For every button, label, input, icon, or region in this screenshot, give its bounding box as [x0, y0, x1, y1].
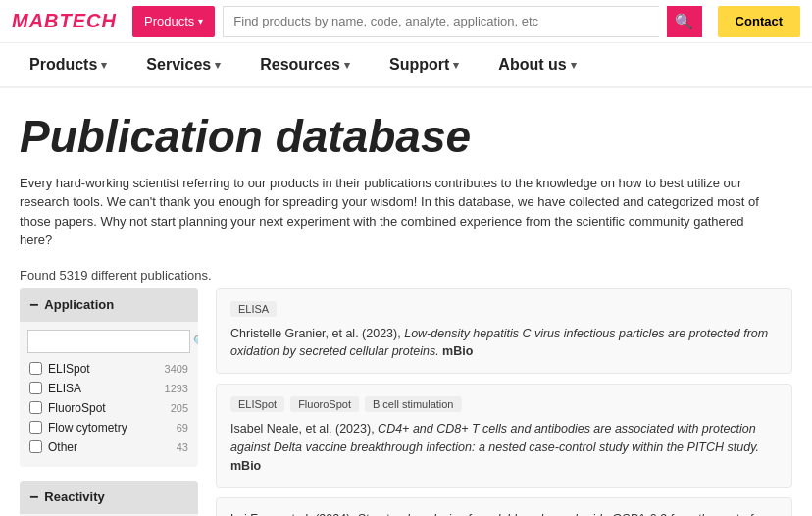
reactivity-filter-header[interactable]: − Reactivity	[20, 481, 198, 514]
filter-item-other: Other 43	[20, 438, 198, 457]
publications-list: ELISA Christelle Granier, et al. (2023),…	[216, 288, 792, 516]
page-title: Publication database	[20, 112, 792, 162]
elisa-checkbox[interactable]	[29, 382, 42, 394]
nav-item-resources[interactable]: Resources ▾	[240, 43, 370, 86]
nav-item-about-us[interactable]: About us ▾	[479, 43, 595, 86]
contact-button[interactable]: Contact	[718, 6, 800, 37]
pub-text: Lei Feng, et al. (2024), Structural anal…	[230, 510, 778, 516]
application-search-wrap: 🔍	[27, 330, 190, 353]
logo: MABTECH	[12, 10, 117, 32]
chevron-down-icon: ▾	[571, 59, 577, 72]
found-count: Found 5319 different publications.	[0, 260, 812, 288]
publication-card: ELISA Christelle Granier, et al. (2023),…	[216, 288, 792, 375]
pub-tag: B cell stimulation	[365, 396, 462, 412]
chevron-down-icon: ▾	[101, 59, 107, 72]
filter-item-flow-cytometry: Flow cytometry 69	[20, 418, 198, 438]
page-heading: Publication database Every hard-working …	[0, 88, 812, 260]
page-description: Every hard-working scientist referring t…	[20, 174, 765, 250]
search-icon[interactable]: 🔍	[187, 331, 198, 352]
pub-tag: ELISpot	[230, 396, 284, 412]
chevron-down-icon: ▾	[198, 16, 203, 26]
pub-tag: FluoroSpot	[290, 396, 359, 412]
search-button[interactable]: 🔍	[667, 6, 702, 37]
main-nav: Products ▾ Services ▾ Resources ▾ Suppor…	[0, 43, 812, 88]
publication-card: ELISpot FluoroSpot B cell stimulation Is…	[216, 384, 792, 488]
content-area: − Application 🔍 ELISpot 3409 ELISA 1293 …	[0, 288, 812, 516]
publication-card: Lei Feng, et al. (2024), Structural anal…	[216, 497, 792, 516]
reactivity-filter-section: − Reactivity 🔍 Human 3105 Mouse 1277	[20, 481, 198, 516]
pub-text: Christelle Granier, et al. (2023), Low-d…	[230, 325, 778, 362]
application-filter-header[interactable]: − Application	[20, 288, 198, 322]
pub-tags: ELISpot FluoroSpot B cell stimulation	[230, 396, 778, 412]
pub-tags: ELISA	[230, 301, 778, 317]
pub-text: Isabel Neale, et al. (2023), CD4+ and CD…	[230, 420, 778, 475]
application-filter-section: − Application 🔍 ELISpot 3409 ELISA 1293 …	[20, 288, 198, 467]
sidebar: − Application 🔍 ELISpot 3409 ELISA 1293 …	[20, 288, 198, 516]
chevron-down-icon: ▾	[453, 59, 459, 72]
pub-tag: ELISA	[230, 301, 277, 317]
fluorospot-checkbox[interactable]	[29, 401, 42, 414]
other-checkbox[interactable]	[29, 440, 42, 453]
flow-cytometry-checkbox[interactable]	[29, 421, 42, 434]
minus-icon: −	[29, 296, 38, 314]
application-search-input[interactable]	[28, 331, 187, 352]
filter-item-fluorospot: FluoroSpot 205	[20, 398, 198, 418]
search-icon: 🔍	[675, 13, 693, 30]
nav-item-services[interactable]: Services ▾	[127, 43, 240, 86]
filter-item-elisa: ELISA 1293	[20, 379, 198, 398]
chevron-down-icon: ▾	[215, 59, 221, 72]
chevron-down-icon: ▾	[344, 59, 350, 72]
minus-icon: −	[29, 489, 38, 506]
elispot-checkbox[interactable]	[29, 362, 42, 375]
nav-item-products[interactable]: Products ▾	[10, 43, 127, 86]
products-dropdown-button[interactable]: Products ▾	[132, 6, 215, 37]
filter-item-elispot: ELISpot 3409	[20, 359, 198, 379]
nav-item-support[interactable]: Support ▾	[370, 43, 479, 86]
search-input[interactable]	[223, 6, 658, 37]
top-bar: MABTECH Products ▾ 🔍 Contact	[0, 0, 812, 43]
